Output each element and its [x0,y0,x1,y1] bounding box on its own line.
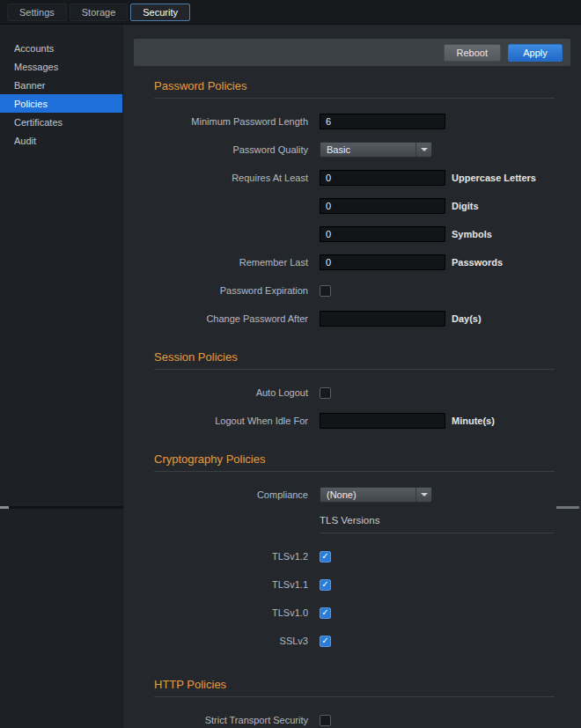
password-expiration-checkbox[interactable]: ✓ [320,285,331,297]
tab-storage[interactable]: Storage [70,4,129,21]
sidebar-horizontal-scrollbar[interactable] [0,506,123,509]
tls-versions-subheading: TLS Versions [320,515,555,533]
logout-when-idle-label: Logout When Idle For [154,415,308,426]
security-settings-window: Settings Storage Security Accounts Messa… [0,0,581,728]
http-policies-section: HTTP Policies Strict Transport Security … [154,679,555,728]
strict-transport-security-label: Strict Transport Security [154,715,308,725]
tlsv1-1-label: TLSv1.1 [154,579,308,590]
content-panel: Reboot Apply Password Policies Minimum P… [123,25,581,728]
session-policies-section: Session Policies Auto Logout ✓ Logout Wh… [154,351,555,429]
row-auto-logout: Auto Logout ✓ [154,385,555,401]
action-bar: Reboot Apply [134,39,570,66]
compliance-value: (None) [327,489,357,500]
http-policies-title: HTTP Policies [154,679,555,697]
sidebar-item-banner[interactable]: Banner [0,76,122,94]
tab-security[interactable]: Security [130,4,190,21]
cryptography-policies-section: Cryptography Policies Compliance (None) [154,453,555,649]
check-icon: ✓ [321,552,328,561]
tlsv1-2-checkbox[interactable]: ✓ [320,551,331,563]
row-sslv3: SSLv3 ✓ [154,633,555,649]
symbols-input[interactable] [320,226,445,242]
sslv3-label: SSLv3 [154,636,308,646]
strict-transport-security-checkbox[interactable]: ✓ [320,715,331,726]
compliance-label: Compliance [154,489,308,500]
row-password-expiration: Password Expiration ✓ [154,283,555,298]
row-compliance: Compliance (None) [154,487,555,503]
row-password-quality: Password Quality Basic [154,142,555,158]
days-unit-label: Day(s) [452,313,482,324]
row-requires-symbols: Symbols [154,226,555,242]
tab-settings[interactable]: Settings [7,4,67,21]
sidebar-item-policies[interactable]: Policies [0,94,122,113]
compliance-select[interactable]: (None) [320,487,432,503]
tlsv1-0-label: TLSv1.0 [154,607,308,618]
minutes-unit-label: Minute(s) [452,415,495,426]
tab-storage-label: Storage [82,7,116,18]
password-quality-label: Password Quality [154,144,308,155]
row-minimum-password-length: Minimum Password Length [154,114,555,129]
change-password-after-input[interactable] [320,311,445,327]
sslv3-checkbox[interactable]: ✓ [320,636,331,647]
remember-last-input[interactable] [320,254,445,270]
row-strict-transport-security: Strict Transport Security ✓ [154,712,555,728]
reboot-button[interactable]: Reboot [444,44,501,62]
digits-input[interactable] [320,198,445,214]
row-change-password-after: Change Password After Day(s) [154,311,555,327]
password-expiration-label: Password Expiration [154,285,308,296]
remember-last-label: Remember Last [154,257,308,268]
passwords-unit-label: Passwords [452,257,503,268]
top-navigation: Settings Storage Security [0,0,581,25]
tlsv1-2-label: TLSv1.2 [154,551,308,562]
sidebar-item-audit[interactable]: Audit [0,131,122,150]
symbols-unit-label: Symbols [452,229,492,239]
scrollbar-thumb[interactable] [0,506,9,509]
row-tlsv1-1: TLSv1.1 ✓ [154,577,555,592]
logout-when-idle-input[interactable] [320,413,445,429]
sidebar-item-messages[interactable]: Messages [0,57,122,76]
sidebar-item-accounts[interactable]: Accounts [0,39,122,57]
minimum-password-length-label: Minimum Password Length [154,116,308,127]
chevron-down-icon [421,493,428,496]
chevron-down-icon [421,148,428,151]
row-requires-uppercase: Requires At Least Uppercase Letters [154,170,555,186]
apply-button[interactable]: Apply [508,44,563,62]
sidebar-item-certificates[interactable]: Certificates [0,113,122,131]
check-icon: ✓ [321,580,328,589]
row-logout-when-idle: Logout When Idle For Minute(s) [154,413,555,429]
cryptography-policies-title: Cryptography Policies [154,453,555,472]
content-horizontal-scrollbar[interactable] [556,506,579,509]
minimum-password-length-input[interactable] [320,114,445,129]
row-requires-digits: Digits [154,198,555,214]
change-password-after-label: Change Password After [154,313,308,324]
requires-at-least-label: Requires At Least [154,173,308,183]
password-quality-value: Basic [327,144,350,155]
auto-logout-checkbox[interactable]: ✓ [320,387,331,399]
password-quality-select[interactable]: Basic [320,142,432,158]
tab-settings-label: Settings [19,7,55,18]
row-tlsv1-0: TLSv1.0 ✓ [154,605,555,621]
uppercase-letters-input[interactable] [320,170,445,186]
row-tlsv1-2: TLSv1.2 ✓ [154,548,555,564]
sidebar: Accounts Messages Banner Policies Certif… [0,25,123,728]
uppercase-letters-unit-label: Uppercase Letters [452,173,536,183]
session-policies-title: Session Policies [154,351,555,370]
tlsv1-1-checkbox[interactable]: ✓ [320,579,331,591]
check-icon: ✓ [321,636,328,645]
row-remember-last: Remember Last Passwords [154,254,555,270]
auto-logout-label: Auto Logout [154,387,308,398]
digits-unit-label: Digits [452,201,479,211]
password-policies-section: Password Policies Minimum Password Lengt… [154,80,555,327]
password-policies-title: Password Policies [154,80,555,99]
tlsv1-0-checkbox[interactable]: ✓ [320,607,331,619]
check-icon: ✓ [321,608,328,617]
tab-security-label: Security [143,7,178,18]
